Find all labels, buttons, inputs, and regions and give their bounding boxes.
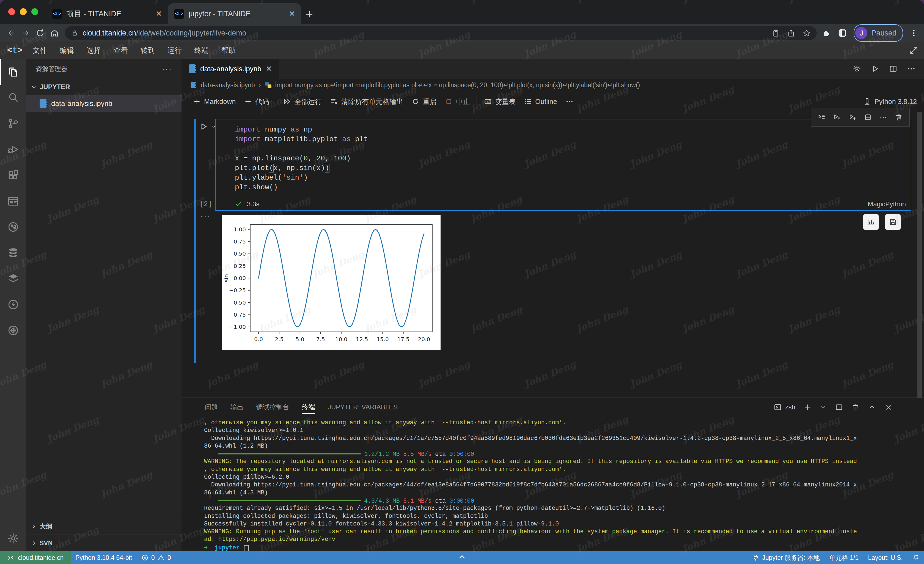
menu-file[interactable]: 文件	[26, 44, 53, 57]
add-markdown-button[interactable]: Markdown	[189, 95, 240, 108]
code-cell[interactable]: import numpy as npimport matplotlib.pypl…	[215, 119, 911, 211]
jupyter-server-status[interactable]: Jupyter 服务器: 本地	[747, 551, 825, 564]
activity-power[interactable]	[0, 292, 26, 317]
menu-run[interactable]: 运行	[161, 44, 188, 57]
reload-button[interactable]	[33, 26, 47, 40]
sidebar-section-outline[interactable]: 大纲	[26, 518, 182, 535]
panel-tab-jupyter-variables[interactable]: JUPYTER: VARIABLES	[328, 398, 398, 417]
execute-above-button[interactable]	[831, 111, 843, 123]
clear-outputs-button[interactable]: 清除所有单元格输出	[326, 95, 407, 108]
sidebar-section-jupyter[interactable]: JUPYTER	[26, 79, 182, 95]
panel-tab-debug-console[interactable]: 调试控制台	[256, 398, 289, 417]
split-cell-button[interactable]	[862, 111, 874, 123]
terminal-shell-selector[interactable]: zsh	[774, 403, 795, 411]
outline-button[interactable]: Outline	[520, 95, 561, 108]
editor-tab-notebook[interactable]: data-analysis.ipynb ✕	[182, 59, 279, 79]
activity-database[interactable]	[0, 240, 26, 266]
activity-layers[interactable]	[0, 266, 26, 292]
panel-tab-output[interactable]: 输出	[231, 398, 244, 417]
notifications-bell[interactable]	[908, 551, 924, 564]
activity-search[interactable]	[0, 85, 26, 111]
terminal-dropdown-chevron-icon[interactable]	[820, 404, 826, 411]
forward-button[interactable]	[19, 26, 33, 40]
close-tab-icon[interactable]: ✕	[156, 9, 162, 18]
menu-terminal[interactable]: 终端	[188, 44, 215, 57]
side-panel-icon[interactable]	[838, 29, 847, 38]
output-options-icon[interactable]: ···	[200, 211, 211, 221]
run-icon[interactable]	[871, 65, 879, 73]
kill-terminal-trash-icon[interactable]	[851, 403, 860, 411]
activity-settings[interactable]	[0, 525, 26, 551]
new-terminal-plus-icon[interactable]	[804, 403, 812, 411]
activity-run-debug[interactable]	[0, 137, 26, 162]
close-window-button[interactable]	[8, 8, 15, 15]
menu-edit[interactable]: 编辑	[53, 44, 80, 57]
run-cell-icon[interactable]	[198, 122, 208, 131]
bookmark-star-icon[interactable]	[802, 29, 811, 37]
new-tab-button[interactable]	[301, 6, 318, 23]
cell-language-label[interactable]: MagicPython	[868, 200, 906, 208]
split-editor-icon[interactable]	[889, 65, 898, 73]
extensions-puzzle-icon[interactable]	[822, 29, 831, 38]
panel-expand-handle[interactable]	[453, 551, 471, 563]
activity-explorer[interactable]	[0, 59, 26, 85]
python-version-status[interactable]: Python 3.10.4 64-bit	[70, 551, 136, 564]
browser-tab-project[interactable]: <t> 项目 - TITANIDE ✕	[46, 3, 168, 24]
browser-tab-jupyter[interactable]: <t> jupyter - TITANIDE ✕	[168, 3, 301, 24]
activity-browser-preview[interactable]	[0, 188, 26, 214]
panel-tab-problems[interactable]: 问题	[205, 398, 218, 417]
cell-position-status[interactable]: 单元格 1/1	[825, 551, 863, 564]
split-terminal-icon[interactable]	[835, 403, 843, 411]
sidebar-section-svn[interactable]: SVN	[26, 535, 182, 551]
variables-button[interactable]: (x) 变量表	[480, 95, 520, 108]
maximize-window-button[interactable]	[32, 8, 38, 15]
clipboard-icon[interactable]	[772, 29, 780, 37]
execute-below-button[interactable]	[846, 111, 859, 123]
breadcrumb[interactable]: data-analysis.ipynb › import numpy as np…	[182, 79, 924, 91]
breadcrumb-cell-code[interactable]: import numpy as np↵import matplotlib.pyp…	[275, 81, 640, 89]
activity-remote-tools[interactable]	[0, 317, 26, 343]
add-code-button[interactable]: 代码	[240, 95, 273, 108]
toolbar-more-button[interactable]	[561, 95, 578, 108]
delete-cell-button[interactable]	[892, 111, 905, 123]
restart-button[interactable]: 重启	[407, 95, 441, 108]
run-all-button[interactable]: 全部运行	[279, 95, 326, 108]
panel-tab-terminal[interactable]: 终端	[302, 398, 315, 417]
interrupt-button[interactable]: 中止	[441, 95, 474, 108]
close-tab-icon[interactable]: ✕	[289, 9, 295, 18]
problems-status[interactable]: 0 0	[136, 551, 176, 564]
editor-scrollbar[interactable]	[917, 112, 922, 398]
breadcrumb-file[interactable]: data-analysis.ipynb	[201, 81, 255, 89]
execute-by-line-button[interactable]	[815, 111, 828, 123]
change-presentation-button[interactable]	[863, 214, 879, 230]
sidebar-more-actions[interactable]: ···	[162, 65, 172, 73]
menu-selection[interactable]: 选择	[80, 44, 107, 57]
menu-view[interactable]: 查看	[107, 44, 134, 57]
expand-fullscreen-icon[interactable]	[909, 46, 918, 55]
minimize-window-button[interactable]	[20, 8, 27, 15]
menu-help[interactable]: 帮助	[215, 44, 242, 57]
share-icon[interactable]	[787, 29, 795, 37]
address-bar[interactable]: cloud.titanide.cn/ide/web/coding/jupyter…	[65, 26, 817, 40]
notebook-settings-gear-icon[interactable]	[852, 65, 861, 73]
back-button[interactable]	[4, 26, 19, 40]
close-editor-tab-icon[interactable]: ✕	[266, 65, 272, 73]
cell-more-button[interactable]	[877, 111, 890, 123]
activity-extensions[interactable]	[0, 162, 26, 188]
code-editor[interactable]: import numpy as npimport matplotlib.pypl…	[235, 125, 905, 193]
sidebar-file-notebook[interactable]: data-analysis.ipynb	[26, 95, 182, 112]
menu-goto[interactable]: 转到	[134, 44, 161, 57]
layout-status[interactable]: Layout: U.S.	[863, 551, 908, 564]
activity-source-control[interactable]	[0, 111, 26, 137]
more-actions-icon[interactable]	[907, 65, 916, 73]
kebab-menu-icon[interactable]	[910, 29, 918, 37]
home-button[interactable]	[47, 26, 62, 40]
save-output-button[interactable]	[885, 214, 901, 230]
remote-indicator[interactable]: cloud.titanide.cn	[0, 551, 70, 564]
maximize-panel-chevron-icon[interactable]	[868, 403, 876, 411]
browser-profile-chip[interactable]: J Paused	[854, 24, 903, 42]
activity-project-graph[interactable]	[0, 214, 26, 240]
close-panel-icon[interactable]	[884, 403, 892, 411]
kernel-picker[interactable]: Python 3.8.12	[863, 98, 917, 106]
terminal-output[interactable]: , otherwise you may silence this warning…	[182, 417, 924, 551]
